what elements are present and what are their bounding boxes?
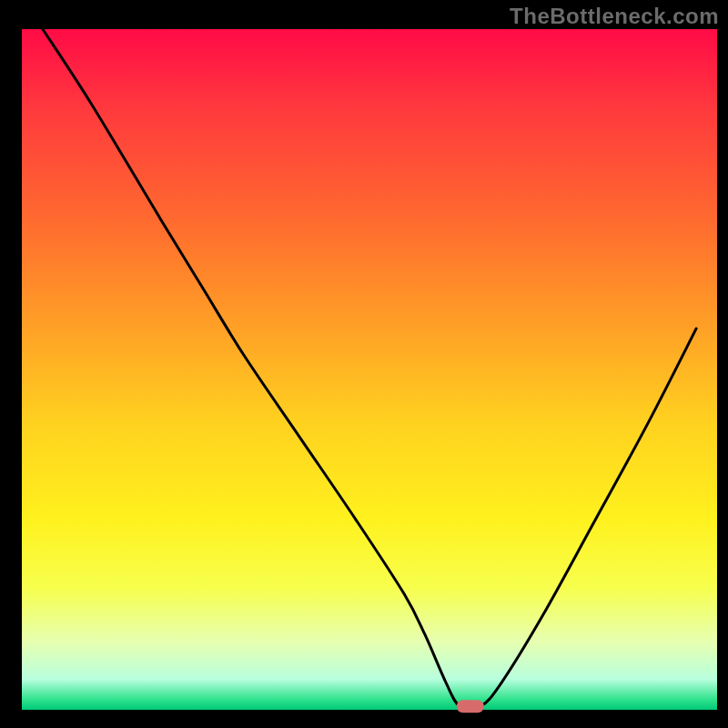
optimal-marker [457,700,484,713]
plot-background [22,29,717,710]
bottleneck-chart [0,0,728,728]
watermark-text: TheBottleneck.com [510,4,719,29]
chart-frame: TheBottleneck.com [0,0,728,728]
